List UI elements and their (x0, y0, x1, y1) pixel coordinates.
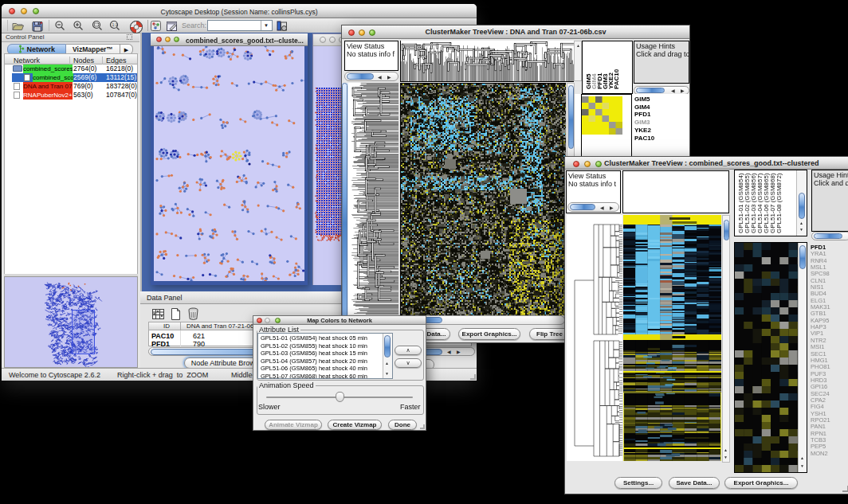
svg-text:1:1: 1:1 (112, 22, 118, 27)
